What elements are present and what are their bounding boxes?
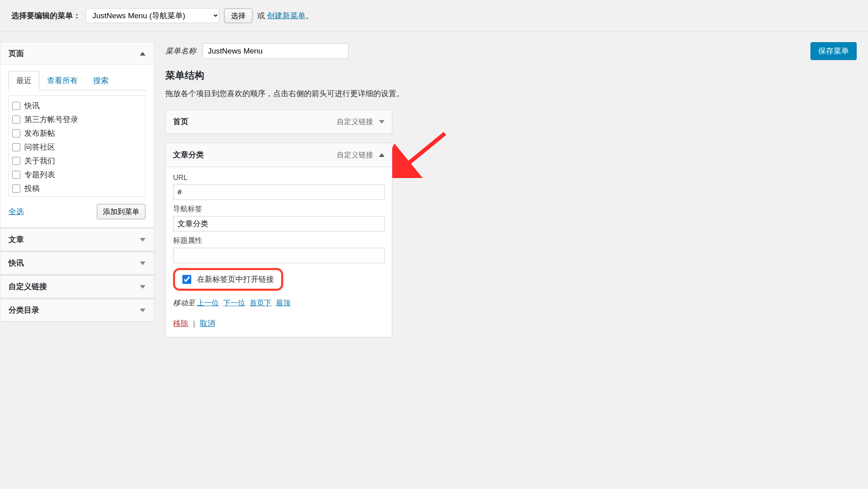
menu-item-articles-category: 文章分类 自定义链接 URL 导航标签 标题属性 在新标签页中打开链接	[165, 143, 392, 337]
panel-pages-footer: 全选 添加到菜单	[9, 204, 145, 219]
arrow-annotation-icon	[392, 129, 449, 178]
svg-line-0	[400, 133, 445, 170]
newtab-highlight: 在新标签页中打开链接	[173, 268, 283, 291]
newtab-label: 在新标签页中打开链接	[197, 274, 274, 285]
create-menu-link[interactable]: 创建新菜单	[267, 11, 306, 20]
select-all-link[interactable]: 全选	[9, 206, 24, 217]
select-menu-label: 选择要编辑的菜单：	[11, 11, 81, 21]
menu-item-head[interactable]: 首页 自定义链接	[166, 110, 392, 133]
chevron-down-icon	[140, 309, 145, 312]
content: 菜单名称 保存菜单 菜单结构 拖放各个项目到您喜欢的顺序，点击右侧的箭头可进行更…	[165, 42, 868, 346]
menu-dropdown[interactable]: JustNews Menu (导航菜单)	[86, 8, 219, 23]
chevron-up-icon	[140, 52, 145, 56]
move-row: 移动至 上一位 下一位 首页下 最顶	[173, 298, 385, 308]
tab-viewall[interactable]: 查看所有	[39, 71, 86, 90]
menu-item-body: URL 导航标签 标题属性 在新标签页中打开链接 移动至 上一位 下一位 首页	[166, 167, 392, 337]
list-item: 第三方帐号登录	[11, 113, 143, 127]
cancel-link[interactable]: 取消	[200, 319, 215, 328]
select-button[interactable]: 选择	[224, 9, 252, 23]
tab-recent[interactable]: 最近	[9, 71, 39, 90]
page-checkbox[interactable]	[12, 102, 20, 110]
panel-pages: 页面 最近 查看所有 搜索 快讯 第三方帐号登录 发布新帖 问答社区 关于我们 …	[0, 42, 154, 228]
pages-check-list[interactable]: 快讯 第三方帐号登录 发布新帖 问答社区 关于我们 专题列表 投稿 重置密码	[9, 95, 145, 197]
page-checkbox[interactable]	[12, 129, 20, 137]
menu-item-home: 首页 自定义链接	[165, 109, 392, 134]
menu-name-row: 菜单名称 保存菜单	[165, 42, 857, 60]
url-input[interactable]	[173, 184, 385, 200]
chevron-up-icon	[379, 153, 385, 157]
panel-flash-head[interactable]: 快讯	[0, 252, 154, 275]
move-under-link[interactable]: 首页下	[250, 299, 272, 307]
page-checkbox[interactable]	[12, 171, 20, 179]
pages-tabs: 最近 查看所有 搜索	[9, 71, 145, 90]
list-item: 专题列表	[11, 168, 143, 182]
sidebar: 页面 最近 查看所有 搜索 快讯 第三方帐号登录 发布新帖 问答社区 关于我们 …	[0, 42, 154, 346]
panel-flash: 快讯	[0, 251, 154, 275]
page-checkbox[interactable]	[12, 184, 20, 193]
list-item: 快讯	[11, 99, 143, 113]
menu-items: 首页 自定义链接 文章分类 自定义链接 URL	[165, 109, 392, 337]
top-bar: 选择要编辑的菜单： JustNews Menu (导航菜单) 选择 或 创建新菜…	[0, 0, 868, 32]
menu-name-label: 菜单名称	[165, 46, 196, 56]
chevron-down-icon	[379, 120, 385, 124]
panel-pages-body: 最近 查看所有 搜索 快讯 第三方帐号登录 发布新帖 问答社区 关于我们 专题列…	[0, 65, 154, 227]
navlabel-label: 导航标签	[173, 204, 385, 214]
list-item: 问答社区	[11, 140, 143, 154]
menu-name-input[interactable]	[203, 43, 348, 59]
tab-search[interactable]: 搜索	[86, 71, 116, 90]
remove-link[interactable]: 移除	[173, 319, 188, 328]
or-text: 或 创建新菜单。	[257, 11, 313, 21]
panel-category-head[interactable]: 分类目录	[0, 299, 154, 322]
navlabel-input[interactable]	[173, 216, 385, 232]
chevron-down-icon	[140, 238, 145, 242]
move-prev-link[interactable]: 上一位	[197, 299, 219, 307]
action-row: 移除 | 取消	[173, 318, 385, 329]
newtab-checkbox[interactable]	[182, 275, 191, 284]
panel-category: 分类目录	[0, 298, 154, 322]
page-checkbox[interactable]	[12, 116, 20, 124]
list-item: 关于我们	[11, 154, 143, 168]
chevron-down-icon	[140, 285, 145, 289]
structure-title: 菜单结构	[165, 69, 857, 82]
titleattr-label: 标题属性	[173, 236, 385, 245]
page-checkbox[interactable]	[12, 143, 20, 151]
panel-articles-head[interactable]: 文章	[0, 228, 154, 251]
chevron-down-icon	[140, 262, 145, 265]
save-menu-button[interactable]: 保存菜单	[810, 42, 857, 60]
list-item: 重置密码	[11, 195, 143, 197]
structure-desc: 拖放各个项目到您喜欢的顺序，点击右侧的箭头可进行更详细的设置。	[165, 88, 857, 99]
url-label: URL	[173, 174, 385, 182]
move-top-link[interactable]: 最顶	[276, 299, 291, 307]
titleattr-input[interactable]	[173, 248, 385, 263]
panel-customlink-head[interactable]: 自定义链接	[0, 275, 154, 298]
panel-customlink: 自定义链接	[0, 275, 154, 298]
move-next-link[interactable]: 下一位	[223, 299, 245, 307]
list-item: 投稿	[11, 182, 143, 195]
page-checkbox[interactable]	[12, 157, 20, 165]
menu-item-head[interactable]: 文章分类 自定义链接	[166, 143, 392, 167]
panel-articles: 文章	[0, 228, 154, 251]
list-item: 发布新帖	[11, 127, 143, 140]
add-to-menu-button[interactable]: 添加到菜单	[97, 204, 145, 219]
panel-pages-head[interactable]: 页面	[0, 43, 154, 65]
